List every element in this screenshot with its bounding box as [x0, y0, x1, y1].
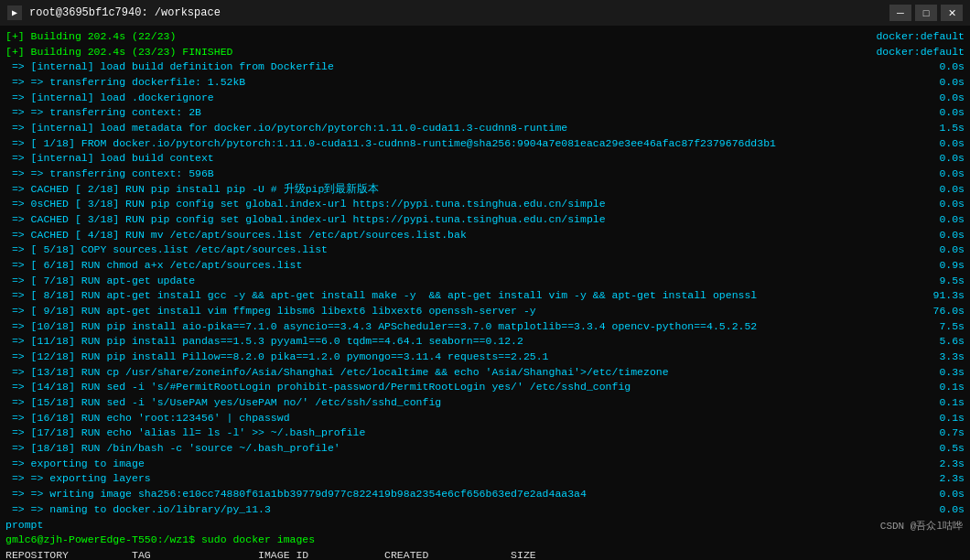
time-text: 9.5s	[882, 274, 965, 289]
terminal-window: ▶ root@3695bf1c7940: /workspace ─ □ ✕ [+…	[0, 0, 970, 560]
table-header-line: REPOSITORY TAG IMAGE ID CREATED SIZE	[5, 548, 965, 560]
terminal-text: => [ 7/18] RUN apt-get update	[5, 274, 195, 289]
terminal-line: => [16/18] RUN echo 'root:123456' | chpa…	[5, 411, 965, 426]
terminal-line: => [11/18] RUN pip install pandas==1.5.3…	[5, 334, 965, 350]
window-controls: ─ □ ✕	[889, 5, 963, 21]
terminal-line: => CACHED [ 3/18] RUN pip config set glo…	[5, 212, 965, 228]
terminal-line: => [15/18] RUN sed -i 's/UsePAM yes/UseP…	[5, 395, 965, 411]
time-text: 91.3s	[882, 288, 965, 304]
time-text: 0.0s	[882, 59, 965, 75]
title-bar-left: ▶ root@3695bf1c7940: /workspace	[7, 5, 221, 20]
time-text: 2.3s	[882, 471, 965, 487]
maximize-button[interactable]: □	[915, 5, 937, 21]
terminal-text: => [internal] load .dockerignore	[5, 91, 214, 106]
time-text: 76.0s	[882, 304, 965, 319]
terminal-line: => [10/18] RUN pip install aio-pika==7.1…	[5, 319, 965, 335]
time-text: 0.0s	[882, 197, 965, 212]
time-text: 0.0s	[882, 487, 965, 502]
time-text: 0.0s	[882, 212, 965, 228]
terminal-line: [+] Building 202.4s (22/23) docker:defau…	[5, 29, 965, 45]
terminal-line: => [internal] load build definition from…	[5, 59, 965, 75]
terminal-line: => => exporting layers 2.3s	[5, 471, 965, 487]
time-text: 1.5s	[882, 121, 965, 136]
time-text: 0.1s	[882, 380, 965, 395]
terminal-line: => CACHED [ 4/18] RUN mv /etc/apt/source…	[5, 228, 965, 243]
time-text: 0.1s	[882, 411, 965, 426]
terminal-text: => [ 1/18] FROM docker.io/pytorch/pytorc…	[5, 136, 776, 152]
terminal-icon: ▶	[7, 5, 22, 20]
terminal-text: => [13/18] RUN cp /usr/share/zoneinfo/As…	[5, 365, 669, 381]
terminal-text: [+] Building 202.4s (23/23) FINISHED	[5, 45, 232, 60]
time-text: 0.0s	[882, 151, 965, 167]
minimize-button[interactable]: ─	[889, 5, 911, 21]
terminal-text: => [16/18] RUN echo 'root:123456' | chpa…	[5, 411, 290, 426]
terminal-text: => [ 8/18] RUN apt-get install gcc -y &&…	[5, 288, 757, 304]
time-text: 0.0s	[882, 75, 965, 91]
terminal-text: => [15/18] RUN sed -i 's/UsePAM yes/UseP…	[5, 395, 441, 411]
time-text: 0.0s	[882, 182, 965, 198]
terminal-text: => [internal] load metadata for docker.i…	[5, 121, 567, 136]
time-text: 0.5s	[882, 441, 965, 457]
terminal-text: => exporting to image	[5, 457, 145, 472]
terminal-text: => [ 9/18] RUN apt-get install vim ffmpe…	[5, 304, 536, 319]
terminal-text: => => transferring context: 2B	[5, 105, 201, 121]
terminal-output[interactable]: [+] Building 202.4s (22/23) docker:defau…	[0, 26, 970, 560]
terminal-text: => 0sCHED [ 3/18] RUN pip config set glo…	[5, 197, 606, 212]
time-text: 5.6s	[882, 334, 965, 350]
terminal-text: => [14/18] RUN sed -i 's/#PermitRootLogi…	[5, 380, 630, 395]
terminal-text: => CACHED [ 3/18] RUN pip config set glo…	[5, 212, 606, 228]
terminal-line: => [internal] load .dockerignore 0.0s	[5, 91, 965, 106]
time-text: 0.3s	[882, 365, 965, 381]
terminal-wrapper: [+] Building 202.4s (22/23) docker:defau…	[0, 26, 970, 560]
prompt-line: gmlc6@zjh-PowerEdge-T550:/wz1$ sudo dock…	[5, 533, 965, 548]
terminal-line: prompt	[5, 518, 965, 533]
terminal-line: => [13/18] RUN cp /usr/share/zoneinfo/As…	[5, 365, 965, 381]
terminal-text: => => writing image sha256:e10cc74880f61…	[5, 487, 587, 502]
table-header: REPOSITORY TAG IMAGE ID CREATED SIZE	[5, 548, 536, 560]
terminal-text: => [18/18] RUN /bin/bash -c 'source ~/.b…	[5, 441, 340, 457]
terminal-line: => [ 7/18] RUN apt-get update 9.5s	[5, 274, 965, 289]
terminal-line: => [17/18] RUN echo 'alias ll= ls -l' >>…	[5, 425, 965, 441]
docker-label: docker:default	[876, 29, 965, 45]
time-text: 3.3s	[882, 350, 965, 365]
terminal-line: => [internal] load build context 0.0s	[5, 151, 965, 167]
time-text: 0.0s	[882, 91, 965, 106]
terminal-line: => => transferring context: 2B 0.0s	[5, 105, 965, 121]
terminal-line: => [ 6/18] RUN chmod a+x /etc/apt/source…	[5, 258, 965, 274]
time-text: 0.0s	[882, 502, 965, 518]
terminal-line: => => naming to docker.io/library/py_11.…	[5, 502, 965, 518]
title-bar: ▶ root@3695bf1c7940: /workspace ─ □ ✕	[0, 0, 970, 26]
terminal-line: => [14/18] RUN sed -i 's/#PermitRootLogi…	[5, 380, 965, 395]
terminal-line: => [18/18] RUN /bin/bash -c 'source ~/.b…	[5, 441, 965, 457]
terminal-line: => [ 8/18] RUN apt-get install gcc -y &&…	[5, 288, 965, 304]
terminal-line: => [internal] load metadata for docker.i…	[5, 121, 965, 136]
terminal-line: => => writing image sha256:e10cc74880f61…	[5, 487, 965, 502]
docker-label: docker:default	[876, 45, 965, 60]
terminal-text: => [ 5/18] COPY sources.list /etc/apt/so…	[5, 242, 328, 258]
terminal-text: => CACHED [ 2/18] RUN pip install pip -U…	[5, 182, 379, 198]
terminal-line: => CACHED [ 2/18] RUN pip install pip -U…	[5, 182, 965, 198]
terminal-text: => [10/18] RUN pip install aio-pika==7.1…	[5, 319, 757, 335]
time-text: 0.9s	[882, 258, 965, 274]
terminal-line: [+] Building 202.4s (23/23) FINISHED doc…	[5, 45, 965, 60]
terminal-line: => [ 5/18] COPY sources.list /etc/apt/so…	[5, 242, 965, 258]
terminal-text: => [11/18] RUN pip install pandas==1.5.3…	[5, 334, 523, 350]
terminal-text: => CACHED [ 4/18] RUN mv /etc/apt/source…	[5, 228, 467, 243]
time-text: 0.0s	[882, 242, 965, 258]
terminal-line: => [ 9/18] RUN apt-get install vim ffmpe…	[5, 304, 965, 319]
terminal-text: => [ 6/18] RUN chmod a+x /etc/apt/source…	[5, 258, 302, 274]
time-text: 2.3s	[882, 457, 965, 472]
terminal-line: => exporting to image 2.3s	[5, 457, 965, 472]
time-text: 0.0s	[882, 228, 965, 243]
time-text: 7.5s	[882, 319, 965, 335]
window-title: root@3695bf1c7940: /workspace	[29, 6, 221, 19]
terminal-line: => => transferring dockerfile: 1.52kB 0.…	[5, 75, 965, 91]
time-text: 0.1s	[882, 395, 965, 411]
terminal-line: => 0sCHED [ 3/18] RUN pip config set glo…	[5, 197, 965, 212]
close-button[interactable]: ✕	[941, 5, 963, 21]
terminal-text: => => transferring context: 596B	[5, 167, 214, 182]
terminal-line: => [ 1/18] FROM docker.io/pytorch/pytorc…	[5, 136, 965, 152]
terminal-text: => => transferring dockerfile: 1.52kB	[5, 75, 245, 91]
terminal-line: => => transferring context: 596B 0.0s	[5, 167, 965, 182]
terminal-text: => => exporting layers	[5, 471, 151, 487]
